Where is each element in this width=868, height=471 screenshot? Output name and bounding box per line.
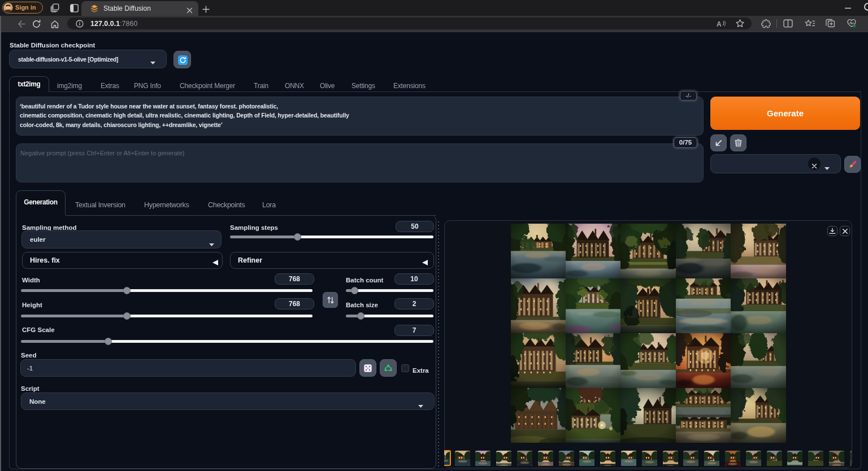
svg-text:A: A xyxy=(717,20,722,28)
